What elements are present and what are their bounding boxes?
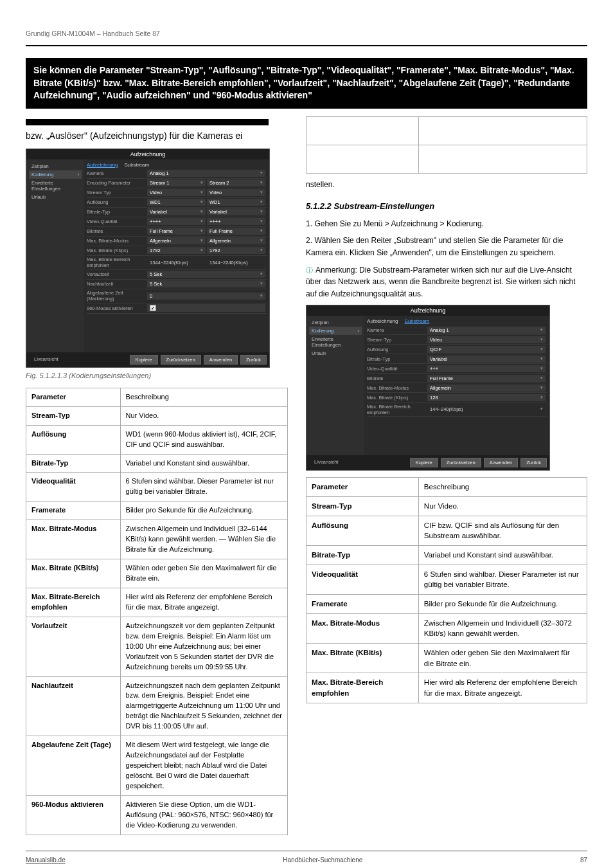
shot-field[interactable]: +++ xyxy=(427,365,546,372)
table-row: AuflösungWD1 (wenn 960-Modus aktiviert i… xyxy=(26,425,288,454)
param-name: Max. Bitrate (KBit/s) xyxy=(26,559,121,588)
substream-note: ⓘAnmerkung: Die Substream-Parameter wirk… xyxy=(306,264,587,300)
shot-tab[interactable]: Aufzeichnung xyxy=(87,162,118,168)
param-name: Framerate xyxy=(306,595,419,614)
shot-action-button[interactable]: Kopiere xyxy=(130,355,158,365)
shot-row: BildrateFull Frame xyxy=(367,374,547,383)
main-stream-param-table: ParameterBeschreibungStream-TypNur Video… xyxy=(26,388,288,835)
shot-field[interactable]: Variabel xyxy=(207,208,265,215)
shot-field[interactable]: WD1 xyxy=(207,199,265,206)
sidebar-item[interactable]: Kodierung › xyxy=(29,170,82,179)
param-desc: Nur Video. xyxy=(418,497,587,516)
shot-row: Max. Bitrate Bereich empfohlen1344~2240(… xyxy=(87,256,267,270)
table-row: NachlaufzeitAufzeichnungszeit nach dem g… xyxy=(26,676,288,736)
param-desc: Zwischen Allgemein und Individuell (32–6… xyxy=(120,520,288,559)
table-row: AuflösungCIF bzw. QCIF sind als Auflösun… xyxy=(306,516,587,545)
table-row: FramerateBilder pro Sekunde für die Aufz… xyxy=(306,595,587,614)
shot-field[interactable]: 5 Sek xyxy=(147,271,265,278)
param-desc: Mit diesem Wert wird festgelegt, wie lan… xyxy=(120,736,288,796)
shot-title: Aufzeichnung xyxy=(306,305,549,316)
footer-brand[interactable]: Manualslib.de xyxy=(26,856,66,863)
sidebar-item[interactable]: Urlaub xyxy=(309,349,362,357)
shot-field[interactable]: Analog 1 xyxy=(147,170,265,177)
shot-field[interactable]: Video xyxy=(207,189,265,196)
shot-tabs: AufzeichnungSubstream xyxy=(367,318,547,324)
param-name: Max. Bitrate-Modus xyxy=(26,520,121,559)
shot-field[interactable]: Allgemein xyxy=(427,384,546,392)
shot-action-button[interactable]: Kopiere xyxy=(410,458,438,467)
shot-field[interactable]: WD1 xyxy=(147,199,206,206)
shot-field[interactable]: Variabel xyxy=(427,356,546,363)
table-row: Videoqualität6 Stufen sind wählbar. Dies… xyxy=(306,565,587,594)
shot-field[interactable]: Allgemein xyxy=(207,237,265,244)
checkbox-icon[interactable]: ✔ xyxy=(150,305,156,311)
table-row: Stream-TypNur Video. xyxy=(306,497,587,516)
header-rule xyxy=(26,45,587,46)
shot-field[interactable]: 1792 xyxy=(147,247,206,254)
param-desc: Wählen oder geben Sie den Maximalwert fü… xyxy=(120,559,288,588)
doc-header: Grundig GRN-M1004M – Handbuch Seite 87 xyxy=(26,28,587,39)
shot-field[interactable]: 1792 xyxy=(207,247,265,254)
shot-field[interactable]: ++++ xyxy=(207,218,265,225)
table-row: Max. Bitrate-ModusZwischen Allgemein und… xyxy=(306,613,587,643)
param-name: Max. Bitrate-Modus xyxy=(306,613,419,643)
shot-field[interactable]: Full Frame xyxy=(427,375,546,382)
param-desc: Beschreibung xyxy=(120,388,288,406)
shot-field[interactable]: Variabel xyxy=(147,208,206,215)
shot-tab[interactable]: Substream xyxy=(405,318,430,324)
shot-action-button[interactable]: Anwenden xyxy=(204,355,238,365)
param-desc: Bilder pro Sekunde für die Aufzeichnung. xyxy=(418,595,587,614)
shot-action-button[interactable]: Zurücksetzen xyxy=(441,458,481,467)
shot-field[interactable]: Allgemein xyxy=(147,237,206,244)
liveview-button[interactable]: Liveansicht xyxy=(29,355,64,365)
info-icon: ⓘ xyxy=(306,266,313,274)
param-name: Parameter xyxy=(306,478,419,497)
sidebar-item[interactable]: Urlaub xyxy=(29,193,82,201)
substream-step-2: 2. Wählen Sie den Reiter „Substream" und… xyxy=(306,235,587,258)
liveview-button[interactable]: Liveansicht xyxy=(309,458,344,467)
shot-field[interactable]: Analog 1 xyxy=(427,327,546,334)
shot-action-button[interactable]: Zurück xyxy=(520,458,547,467)
sidebar-item[interactable]: Zeitplan xyxy=(309,318,362,327)
shot-row: Stream TypVideoVideo xyxy=(87,188,267,198)
shot-action-button[interactable]: Zurücksetzen xyxy=(161,355,201,365)
sidebar-item[interactable]: Zeitplan xyxy=(29,162,82,170)
shot-field[interactable]: Video xyxy=(147,189,206,196)
param-desc: Wählen oder geben Sie den Maximalwert fü… xyxy=(418,644,587,673)
table-row: 960-Modus aktivierenAktivieren Sie diese… xyxy=(26,795,288,835)
shot-row: BildrateFull FrameFull Frame xyxy=(87,227,267,237)
shot-field[interactable]: Video xyxy=(427,336,546,343)
shot-field[interactable]: 128 xyxy=(427,394,546,401)
param-name: Bitrate-Typ xyxy=(26,454,121,473)
shot-row: Abgelaufene Zeit (Markierung)0 xyxy=(87,289,267,303)
shot-field[interactable]: 5 Sek xyxy=(147,280,265,287)
param-name: Stream-Typ xyxy=(306,497,419,516)
shot-field[interactable]: Stream 1 xyxy=(147,179,206,186)
shot-field[interactable]: Full Frame xyxy=(207,228,265,235)
shot-row: KameraAnalog 1 xyxy=(87,169,267,179)
shot-field[interactable]: Full Frame xyxy=(147,228,206,235)
sidebar-item[interactable]: Erweiterte Einstellungen xyxy=(309,335,362,349)
param-desc: WD1 (wenn 960-Modus aktiviert ist), 4CIF… xyxy=(120,425,288,454)
shot-action-button[interactable]: Zurück xyxy=(240,355,267,365)
shot-field[interactable]: QCIF xyxy=(427,346,546,353)
shot-field[interactable]: ++++ xyxy=(147,218,206,225)
shot-tab[interactable]: Aufzeichnung xyxy=(367,318,398,324)
substream-heading: 5.1.2.2 Substream-Einstellungen xyxy=(306,200,587,213)
shot-field[interactable]: 0 xyxy=(147,293,265,300)
table-row: ParameterBeschreibung xyxy=(306,478,587,497)
shot-field: 144~240(Kbps) xyxy=(427,406,546,413)
table-row: Max. Bitrate (KBit/s)Wählen oder geben S… xyxy=(306,644,587,673)
shot-row: KameraAnalog 1 xyxy=(367,325,547,335)
shot-tab[interactable]: Substream xyxy=(124,162,149,168)
param-desc: Aufzeichnungszeit nach dem geplanten Zei… xyxy=(120,676,288,736)
encoding-screenshot-1: AufzeichnungZeitplanKodierung ›Erweitert… xyxy=(26,149,270,368)
shot-field[interactable]: Stream 2 xyxy=(207,179,265,186)
table-row: VorlaufzeitAufzeichnungszeit vor dem gep… xyxy=(26,617,288,676)
substream-step-1: 1. Gehen Sie zu Menü > Aufzeichnung > Ko… xyxy=(306,218,587,230)
sidebar-item[interactable]: Kodierung › xyxy=(309,327,362,335)
param-desc: 6 Stufen sind wählbar. Dieser Parameter … xyxy=(120,473,288,502)
sidebar-item[interactable]: Erweiterte Einstellungen xyxy=(29,179,82,193)
shot-title: Aufzeichnung xyxy=(26,149,269,159)
shot-action-button[interactable]: Anwenden xyxy=(484,458,518,467)
